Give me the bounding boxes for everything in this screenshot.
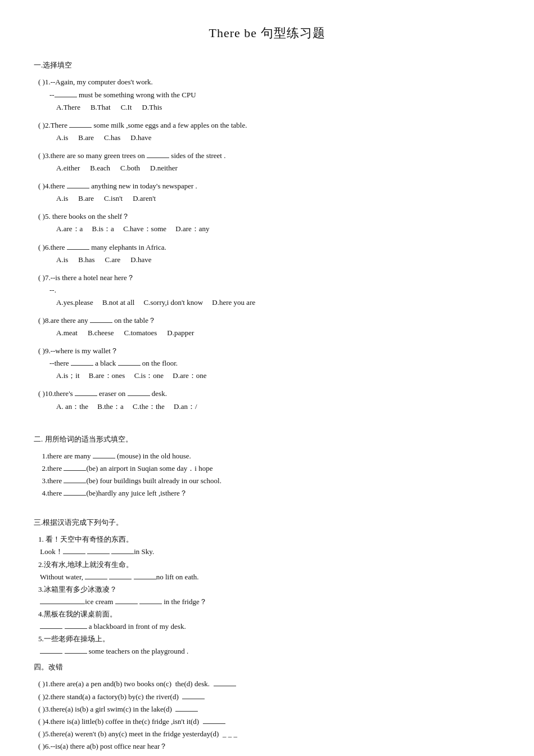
section3-label: 三.根据汉语完成下列句子。 [34, 516, 500, 529]
question-7: ( )7.--is there a hotel near here？ --. A… [34, 272, 500, 309]
question-8: ( )8.are there any on the table？ A.meat … [34, 314, 500, 339]
question-10: ( )10.there's eraser on desk. A. an：the … [34, 388, 500, 412]
question-4: ( )4.there anything new in today's newsp… [34, 180, 500, 205]
section3: 三.根据汉语完成下列句子。 1. 看！天空中有奇怪的东西。 Look！ in S… [34, 516, 500, 658]
page-title: There be 句型练习题 [34, 22, 500, 43]
section4: 四。改错 ( )1.there are(a) a pen and(b) two … [34, 661, 500, 756]
section1: 一.选择填空 ( )1.--Again, my computer does't … [34, 59, 500, 412]
question-1: ( )1.--Again, my computer does't work. -… [34, 76, 500, 113]
question-3: ( )3.there are so many green trees on si… [34, 150, 500, 174]
q1-num: ( )1.--Again, my computer does't work. [38, 76, 153, 88]
question-9: ( )9.--where is my wallet？ --there a bla… [34, 345, 500, 382]
section2: 二. 用所给词的适当形式填空。 1.there are many (mouse)… [34, 433, 500, 500]
question-6: ( )6.there many elephants in Africa. A.i… [34, 241, 500, 266]
question-2: ( )2.There some milk ,some eggs and a fe… [34, 119, 500, 144]
section1-label: 一.选择填空 [34, 59, 500, 71]
question-5: ( )5. there books on the shelf？ A.are：a … [34, 210, 500, 235]
section4-label: 四。改错 [34, 661, 500, 673]
section2-label: 二. 用所给词的适当形式填空。 [34, 433, 500, 446]
